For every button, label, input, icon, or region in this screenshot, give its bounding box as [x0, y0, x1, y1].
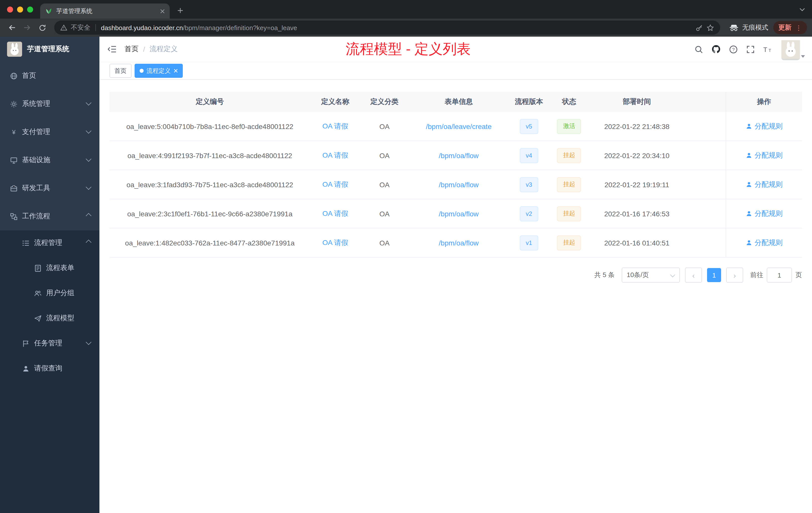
new-tab-button[interactable] [174, 4, 187, 17]
security-warning-icon[interactable] [60, 24, 67, 31]
user-icon [746, 210, 752, 217]
person-icon [22, 365, 30, 372]
breadcrumb: 首页 / 流程定义 [124, 45, 178, 54]
column-header: 状态 [549, 92, 589, 112]
next-page-button[interactable]: › [726, 268, 743, 282]
goto-page-input[interactable] [767, 268, 792, 282]
page-1-button[interactable]: 1 [707, 268, 721, 282]
assign-rule-link[interactable]: 分配规则 [746, 180, 783, 189]
home-icon [10, 72, 18, 80]
tag-home[interactable]: 首页 [110, 64, 132, 78]
form-info-link[interactable]: /bpm/oa/flow [439, 210, 479, 218]
close-window-button[interactable] [7, 6, 13, 12]
page-size-select[interactable]: 10条/页 [622, 268, 680, 282]
breadcrumb-home[interactable]: 首页 [124, 45, 139, 54]
address-bar[interactable]: 不安全 dashboard.yudao.iocoder.cn/bpm/manag… [54, 21, 720, 35]
security-label[interactable]: 不安全 [71, 23, 90, 32]
user-icon [746, 152, 752, 159]
sidebar-item-workflow[interactable]: 工作流程 [0, 202, 99, 231]
definition-name-link[interactable]: OA 请假 [322, 209, 348, 218]
sidebar-item-infrastructure[interactable]: 基础设施 [0, 146, 99, 174]
row-spacer [685, 112, 726, 141]
definition-id: oa_leave:5:004b710b-7b8a-11ec-8ef0-acde4… [110, 112, 310, 141]
forward-icon[interactable] [20, 21, 34, 35]
browser-toolbar: 不安全 dashboard.yudao.iocoder.cn/bpm/manag… [0, 19, 812, 37]
status-tag: 挂起 [557, 235, 581, 250]
svg-text:?: ? [732, 47, 735, 52]
definition-name-link[interactable]: OA 请假 [322, 238, 348, 247]
back-icon[interactable] [5, 21, 19, 35]
definition-table: 定义编号 定义名称 定义分类 表单信息 流程版本 状态 部署时间 操作 oa_l… [110, 92, 802, 258]
assign-rule-link[interactable]: 分配规则 [746, 151, 783, 160]
definition-name-link[interactable]: OA 请假 [322, 151, 348, 160]
update-label: 更新 [778, 23, 791, 32]
tab-close-icon[interactable] [160, 9, 165, 13]
form-info-link[interactable]: /bpm/oa/flow [439, 180, 479, 188]
assign-rule-link[interactable]: 分配规则 [746, 238, 783, 247]
user-avatar-menu[interactable] [781, 40, 800, 58]
column-header: 定义名称 [310, 92, 360, 112]
goto-label: 前往 [750, 271, 763, 280]
definition-name-link[interactable]: OA 请假 [322, 122, 348, 131]
search-icon[interactable] [695, 45, 703, 54]
sidebar-item-process-model[interactable]: 流程模型 [0, 306, 99, 331]
column-spacer [685, 92, 726, 112]
sidebar-item-process-management[interactable]: 流程管理 [0, 231, 99, 255]
user-icon [746, 181, 752, 188]
chevron-down-icon [86, 101, 90, 106]
form-info-link[interactable]: /bpm/oa/leave/create [426, 122, 492, 130]
help-icon[interactable]: ? [729, 45, 738, 54]
sidebar-item-system-management[interactable]: 系统管理 [0, 90, 99, 118]
password-key-icon[interactable] [696, 24, 703, 31]
font-size-icon[interactable]: TT [763, 46, 773, 53]
browser-tabstrip: 芋道管理系统 [0, 0, 812, 19]
zoom-window-button[interactable] [27, 6, 33, 12]
column-header: 部署时间 [589, 92, 685, 112]
svg-text:¥: ¥ [12, 128, 16, 135]
model-icon [34, 314, 42, 322]
browser-update-button[interactable]: 更新 ⋮ [773, 21, 807, 34]
sidebar-item-user-group[interactable]: 用户分组 [0, 280, 99, 306]
browser-menu-icon[interactable]: ⋮ [795, 24, 802, 31]
fullscreen-icon[interactable] [746, 45, 755, 54]
minimize-window-button[interactable] [17, 6, 23, 12]
status-tag: 挂起 [557, 177, 581, 192]
tab-title: 芋道管理系统 [56, 7, 156, 15]
github-icon[interactable] [712, 45, 721, 54]
prev-page-button[interactable]: ‹ [685, 268, 702, 282]
sidebar-logo[interactable]: 芋道管理系统 [0, 37, 99, 62]
chevron-down-icon [671, 273, 675, 277]
tab-search-chevron-icon[interactable] [800, 4, 805, 13]
form-info-link[interactable]: /bpm/oa/flow [439, 151, 479, 159]
sidebar-item-payment-management[interactable]: ¥ 支付管理 [0, 118, 99, 146]
chevron-up-icon [86, 240, 90, 245]
sidebar-item-process-form[interactable]: 流程表单 [0, 255, 99, 280]
url-domain: dashboard.yudao.iocoder.cn [101, 24, 183, 31]
sidebar-item-task-management[interactable]: 任务管理 [0, 331, 99, 356]
assign-rule-link[interactable]: 分配规则 [746, 209, 783, 218]
logo-avatar [7, 42, 22, 57]
status-tag: 挂起 [557, 206, 581, 221]
tag-process-definition[interactable]: 流程定义 [135, 64, 183, 78]
dev-tools-icon [10, 184, 18, 192]
incognito-badge: 无痕模式 [729, 23, 768, 32]
sidebar-collapse-icon[interactable] [108, 45, 116, 53]
definition-name-link[interactable]: OA 请假 [322, 180, 348, 189]
bookmark-star-icon[interactable] [706, 24, 714, 31]
assign-rule-link[interactable]: 分配规则 [746, 122, 783, 131]
sidebar-item-home[interactable]: 首页 [0, 62, 99, 90]
form-info-link[interactable]: /bpm/oa/flow [439, 239, 479, 247]
sidebar-item-leave-query[interactable]: 请假查询 [0, 356, 99, 381]
browser-tab[interactable]: 芋道管理系统 [40, 3, 170, 19]
url-text[interactable]: dashboard.yudao.iocoder.cn/bpm/manager/d… [101, 24, 692, 31]
table-row: oa_leave:3:1fad3d93-7b75-11ec-a3c8-acde4… [110, 170, 802, 199]
form-icon [34, 264, 42, 272]
tag-close-icon[interactable] [174, 69, 178, 73]
reload-icon[interactable] [35, 21, 49, 35]
version-tag: v3 [520, 177, 538, 192]
sidebar-item-dev-tools[interactable]: 研发工具 [0, 174, 99, 202]
annotation-overlay: 流程模型 - 定义列表 [346, 40, 471, 59]
table-row: oa_leave:5:004b710b-7b8a-11ec-8ef0-acde4… [110, 112, 802, 141]
deploy-time: 2022-01-22 21:48:38 [589, 112, 685, 141]
divider [95, 24, 96, 31]
